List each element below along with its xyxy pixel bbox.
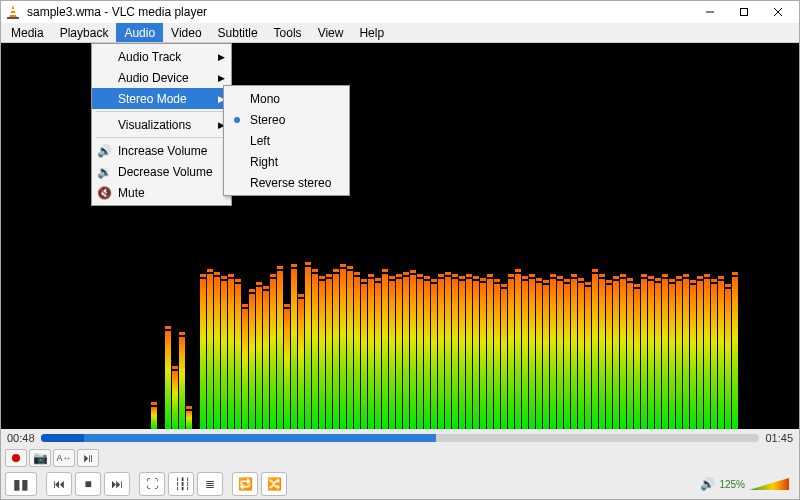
stereo-reverse-item[interactable]: Reverse stereo	[224, 172, 349, 193]
spectrum-bar	[305, 267, 311, 429]
advanced-controls: 📷 A↔ ⏯	[1, 447, 799, 469]
stereo-right-item[interactable]: Right	[224, 151, 349, 172]
svg-rect-3	[7, 17, 19, 19]
spectrum-bar	[200, 279, 206, 429]
spectrum-bar	[557, 281, 563, 429]
vlc-logo-icon	[5, 4, 21, 20]
playback-controls: ▮▮ ⏮ ■ ⏭ ⛶ ┆┇┆ ≣ 🔁 🔀 🔊 125%	[1, 469, 799, 499]
svg-rect-5	[741, 9, 748, 16]
spectrum-bar	[592, 274, 598, 429]
playlist-button[interactable]: ≣	[197, 472, 223, 496]
spectrum-bar	[487, 279, 493, 429]
decrease-volume-item[interactable]: 🔉Decrease Volume	[92, 161, 231, 182]
spectrum-bar	[270, 279, 276, 429]
spectrum-bar	[648, 281, 654, 429]
spectrum-bar	[641, 279, 647, 429]
menu-subtitle[interactable]: Subtitle	[210, 23, 266, 42]
menu-separator	[96, 111, 227, 112]
spectrum-bar	[536, 283, 542, 429]
next-button[interactable]: ⏭	[104, 472, 130, 496]
spectrum-bar	[711, 284, 717, 429]
svg-marker-8	[749, 478, 789, 490]
spectrum-bar	[571, 279, 577, 429]
maximize-button[interactable]	[727, 1, 761, 23]
spectrum-bar	[417, 279, 423, 429]
minimize-button[interactable]	[693, 1, 727, 23]
skip-next-icon: ⏭	[111, 477, 123, 491]
visualizations-item[interactable]: Visualizations▶	[92, 114, 231, 135]
chevron-right-icon: ▶	[218, 73, 225, 83]
spectrum-bar	[620, 279, 626, 429]
spectrum-bar	[634, 289, 640, 429]
spectrum-bar	[438, 279, 444, 429]
elapsed-time: 00:48	[7, 432, 35, 444]
spectrum-bar	[550, 279, 556, 429]
spectrum-bar	[403, 277, 409, 429]
spectrum-bar	[704, 279, 710, 429]
spectrum-bar	[431, 284, 437, 429]
spectrum-bar	[466, 279, 472, 429]
spectrum-bar	[333, 274, 339, 429]
stereo-mono-item[interactable]: Mono	[224, 88, 349, 109]
audio-device-item[interactable]: Audio Device▶	[92, 67, 231, 88]
spectrum-bar	[298, 299, 304, 429]
spectrum-bar	[396, 279, 402, 429]
loop-ab-icon: A↔	[56, 453, 71, 463]
stop-icon: ■	[84, 477, 91, 491]
menu-playback[interactable]: Playback	[52, 23, 117, 42]
menu-audio[interactable]: Audio	[116, 23, 163, 42]
shuffle-button[interactable]: 🔀	[261, 472, 287, 496]
menu-help[interactable]: Help	[351, 23, 392, 42]
window-title: sample3.wma - VLC media player	[27, 5, 693, 19]
spectrum-bar	[382, 274, 388, 429]
record-button[interactable]	[5, 449, 27, 467]
frame-step-icon: ⏯	[82, 451, 94, 465]
snapshot-button[interactable]: 📷	[29, 449, 51, 467]
menu-video[interactable]: Video	[163, 23, 209, 42]
menu-tools[interactable]: Tools	[266, 23, 310, 42]
increase-volume-item[interactable]: 🔊Increase Volume	[92, 140, 231, 161]
spectrum-bar	[676, 281, 682, 429]
prev-button[interactable]: ⏮	[46, 472, 72, 496]
spectrum-bar	[319, 281, 325, 429]
fullscreen-button[interactable]: ⛶	[139, 472, 165, 496]
skip-previous-icon: ⏮	[53, 477, 65, 491]
frame-step-button[interactable]: ⏯	[77, 449, 99, 467]
total-time: 01:45	[765, 432, 793, 444]
spectrum-visualizer	[151, 249, 769, 429]
close-button[interactable]	[761, 1, 795, 23]
spectrum-bar	[326, 279, 332, 429]
pause-icon: ▮▮	[13, 476, 29, 492]
stereo-mode-item[interactable]: Stereo Mode▶	[92, 88, 231, 109]
mute-item[interactable]: 🔇Mute	[92, 182, 231, 203]
ext-settings-button[interactable]: ┆┇┆	[168, 472, 194, 496]
menu-media[interactable]: Media	[3, 23, 52, 42]
spectrum-bar	[179, 337, 185, 429]
spectrum-bar	[354, 277, 360, 429]
speaker-icon[interactable]: 🔊	[700, 477, 715, 491]
shuffle-icon: 🔀	[267, 477, 282, 491]
spectrum-bar	[256, 287, 262, 429]
spectrum-bar	[543, 285, 549, 429]
svg-marker-0	[9, 5, 17, 18]
loop-ab-button[interactable]: A↔	[53, 449, 75, 467]
spectrum-bar	[228, 279, 234, 429]
pause-button[interactable]: ▮▮	[5, 472, 37, 496]
spectrum-bar	[389, 281, 395, 429]
menu-view[interactable]: View	[310, 23, 352, 42]
equalizer-icon: ┆┇┆	[174, 477, 189, 491]
spectrum-bar	[529, 279, 535, 429]
spectrum-bar	[312, 274, 318, 429]
seek-slider[interactable]	[41, 434, 760, 442]
stereo-left-item[interactable]: Left	[224, 130, 349, 151]
spectrum-bar	[235, 284, 241, 429]
volume-slider[interactable]	[749, 476, 789, 492]
stereo-stereo-item[interactable]: Stereo	[224, 109, 349, 130]
mute-icon: 🔇	[96, 185, 112, 201]
radio-selected-icon	[234, 117, 240, 123]
stop-button[interactable]: ■	[75, 472, 101, 496]
spectrum-bar	[291, 269, 297, 429]
spectrum-bar	[172, 371, 178, 429]
loop-button[interactable]: 🔁	[232, 472, 258, 496]
audio-track-item[interactable]: Audio Track▶	[92, 46, 231, 67]
